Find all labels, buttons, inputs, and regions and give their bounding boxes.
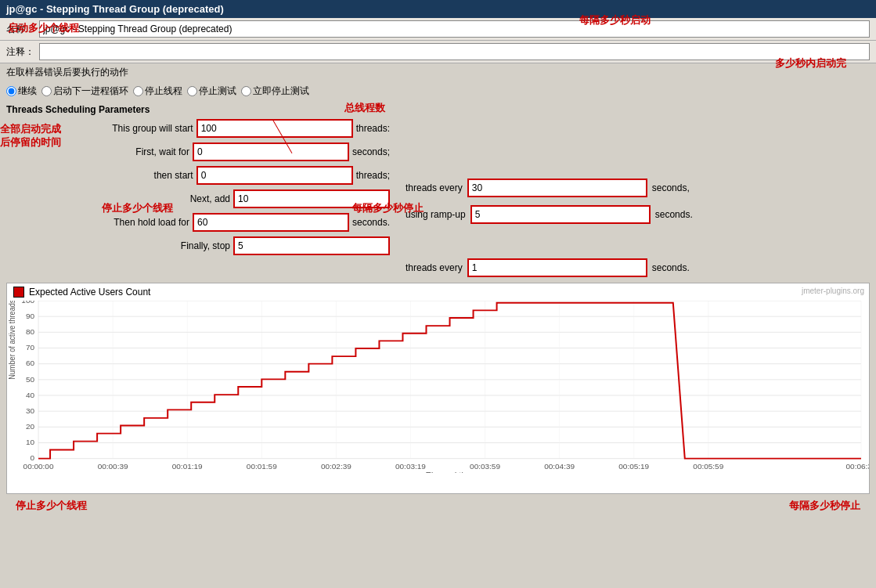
start-label: This group will start xyxy=(112,123,193,134)
hold-suffix: seconds. xyxy=(352,217,390,228)
svg-text:40: 40 xyxy=(26,391,34,399)
radio-continue[interactable]: 继续 xyxy=(6,85,37,98)
svg-text:00:03:59: 00:03:59 xyxy=(470,463,500,471)
svg-text:00:05:59: 00:05:59 xyxy=(693,463,723,471)
next-add-input[interactable] xyxy=(233,189,390,208)
svg-text:90: 90 xyxy=(26,312,34,320)
radio-stop-test-now[interactable]: 立即停止测试 xyxy=(241,85,309,98)
threads-every-label: threads every xyxy=(406,182,463,193)
then-start-label: then start xyxy=(154,170,193,181)
threads-every-input[interactable] xyxy=(467,179,647,197)
svg-text:100: 100 xyxy=(21,301,34,305)
annot-stop-how-many: 停止多少个线程 xyxy=(16,499,87,513)
name-row: 名称： xyxy=(0,18,876,41)
svg-text:00:06:39: 00:06:39 xyxy=(846,463,869,471)
window-title: jp@gc - Stepping Thread Group (deprecate… xyxy=(6,3,224,15)
radio-stop-test[interactable]: 停止测试 xyxy=(187,85,236,98)
svg-text:60: 60 xyxy=(26,359,34,368)
start-suffix: threads: xyxy=(356,123,390,134)
comment-input[interactable] xyxy=(39,43,870,60)
svg-text:20: 20 xyxy=(26,422,34,431)
svg-text:80: 80 xyxy=(26,327,34,336)
ramp-up-suffix: seconds. xyxy=(655,209,693,220)
svg-text:00:01:59: 00:01:59 xyxy=(247,463,277,471)
svg-text:00:05:19: 00:05:19 xyxy=(618,463,649,471)
then-start-suffix: threads; xyxy=(356,170,390,181)
comment-label: 注释： xyxy=(6,45,34,59)
stop-input[interactable] xyxy=(233,236,390,255)
chart-attribution: jmeter-plugins.org xyxy=(802,287,864,295)
stop-label: Finally, stop xyxy=(181,240,230,251)
hold-label: Then hold load for xyxy=(114,217,189,228)
name-input[interactable] xyxy=(39,20,870,38)
stop-threads-suffix: seconds. xyxy=(652,262,690,273)
chart-area: Expected Active Users Count jmeter-plugi… xyxy=(6,283,870,494)
title-bar: jp@gc - Stepping Thread Group (deprecate… xyxy=(0,0,876,18)
annot-stop-interval: 每隔多少秒停止 xyxy=(789,499,860,513)
svg-text:00:00:00: 00:00:00 xyxy=(23,463,54,471)
svg-text:00:02:39: 00:02:39 xyxy=(321,463,351,471)
comment-row: 注释： xyxy=(0,41,876,63)
start-input[interactable] xyxy=(196,119,353,138)
error-action-label: 在取样器错误后要执行的动作 xyxy=(6,67,128,78)
ramp-up-label: using ramp-up xyxy=(406,209,466,220)
threads-params-label: Threads Scheduling Parameters xyxy=(0,101,876,117)
svg-text:00:01:19: 00:01:19 xyxy=(172,463,203,471)
chart-title: Expected Active Users Count xyxy=(29,287,150,298)
chart-svg: 0 10 20 30 40 50 60 70 80 90 100 00:00:0… xyxy=(7,301,869,473)
then-start-input[interactable] xyxy=(196,166,353,185)
ramp-up-input[interactable] xyxy=(470,205,651,224)
svg-text:50: 50 xyxy=(26,375,34,384)
svg-text:00:04:39: 00:04:39 xyxy=(544,463,575,471)
svg-text:Elapsed time: Elapsed time xyxy=(425,471,475,473)
svg-text:00:00:39: 00:00:39 xyxy=(98,463,128,471)
bottom-annotations: 停止多少个线程 每隔多少秒停止 xyxy=(0,497,876,514)
stop-threads-label: threads every xyxy=(406,262,463,273)
next-add-label: Next, add xyxy=(190,193,230,204)
svg-text:00:03:19: 00:03:19 xyxy=(395,463,426,471)
chart-title-row: Expected Active Users Count xyxy=(7,283,869,301)
svg-text:0: 0 xyxy=(30,454,34,463)
svg-text:Number of active threads: Number of active threads xyxy=(8,301,16,380)
radio-next-loop[interactable]: 启动下一进程循环 xyxy=(41,85,128,98)
hold-input[interactable] xyxy=(193,213,349,232)
wait-input[interactable] xyxy=(193,142,349,161)
radio-stop-thread[interactable]: 停止线程 xyxy=(133,85,182,98)
threads-every-suffix: seconds, xyxy=(652,182,690,193)
error-action-row: 继续 启动下一进程循环 停止线程 停止测试 立即停止测试 xyxy=(0,81,876,101)
name-label: 名称： xyxy=(6,23,34,36)
svg-text:70: 70 xyxy=(26,344,34,352)
svg-text:10: 10 xyxy=(26,438,34,447)
stop-threads-input[interactable] xyxy=(467,258,647,277)
wait-label: First, wait for xyxy=(135,146,189,157)
svg-text:30: 30 xyxy=(26,406,34,415)
legend-box xyxy=(13,287,24,298)
wait-suffix: seconds; xyxy=(352,146,390,157)
